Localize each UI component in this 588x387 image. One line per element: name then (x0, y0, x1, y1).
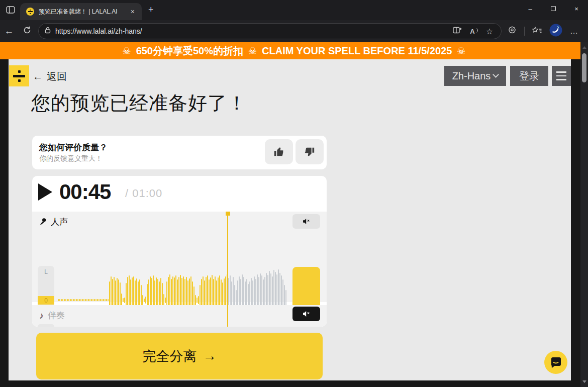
toolbar-divider (524, 27, 525, 36)
promo-text-cn: 650分钟享受50%的折扣 (136, 44, 243, 58)
current-time: 00:45 (59, 180, 111, 204)
mute-icon (303, 311, 310, 317)
thumbs-down-button[interactable] (296, 139, 324, 164)
thumbs-down-icon (304, 146, 315, 157)
play-button[interactable] (38, 183, 52, 201)
feedback-note: 你的反馈意义重大！ (39, 154, 103, 163)
scroll-down-arrow[interactable] (582, 380, 586, 383)
address-bar[interactable]: https://www.lalal.ai/zh-hans/ A ☆ (38, 23, 502, 39)
maximize-button[interactable] (542, 0, 565, 17)
settings-menu-icon[interactable]: … (570, 27, 578, 36)
scrollbar[interactable] (580, 42, 588, 387)
lalal-logo[interactable] (9, 65, 29, 86)
workspaces-icon[interactable] (6, 6, 15, 16)
thumbs-up-button[interactable] (265, 139, 293, 164)
scroll-up-arrow[interactable] (582, 46, 586, 49)
thumbs-up-icon (273, 146, 284, 157)
player-card: 00:45 / 01:00 人声 L 0 R 100 (32, 176, 327, 327)
promo-text-en: CLAIM YOUR SPELL BEFORE 11/5/2025 (262, 45, 452, 57)
promo-banner[interactable]: ☠ 650分钟享受50%的折扣 ☠ CLAIM YOUR SPELL BEFOR… (0, 42, 588, 59)
skull-icon: ☠ (123, 45, 131, 57)
playhead[interactable] (227, 212, 228, 327)
playhead-handle[interactable] (226, 212, 230, 216)
window-controls: – × (519, 0, 588, 17)
total-time: / 01:00 (125, 187, 162, 200)
minimize-button[interactable]: – (519, 0, 542, 17)
read-aloud-icon[interactable]: A (470, 28, 477, 35)
toolbar-right: … (508, 24, 578, 39)
cta-label: 完全分离 (143, 347, 197, 365)
back-nav-icon[interactable]: ← (0, 26, 18, 37)
browser-toolbar: ← https://www.lalal.ai/zh-hans/ A ☆ … (0, 20, 588, 42)
chat-widget-button[interactable] (544, 351, 567, 374)
refresh-icon[interactable] (18, 26, 36, 37)
collections-icon[interactable] (532, 27, 542, 36)
lalal-favicon (26, 8, 34, 16)
back-arrow-icon: ← (33, 71, 43, 82)
lock-icon[interactable] (45, 27, 51, 36)
browser-titlebar: 预览已准备就绪！ | LALAL.AI × + – × (0, 0, 588, 20)
extensions-icon[interactable] (508, 26, 517, 37)
bookmark-star-icon[interactable]: ☆ (486, 27, 493, 36)
skull-icon: ☠ (457, 45, 465, 57)
accompaniment-mute-button[interactable] (292, 307, 320, 321)
vocals-track: 人声 L 0 R 100 (32, 212, 327, 302)
balance-handle[interactable]: 0 (38, 296, 54, 305)
page-frame: ← 返回 Zh-Hans 登录 您的预览已经准备好了！ 您如何评价质量？ 你的反… (0, 59, 588, 387)
split-screen-icon[interactable] (453, 27, 462, 36)
balance-left-label: L (38, 268, 54, 275)
url-text[interactable]: https://www.lalal.ai/zh-hans/ (55, 27, 448, 35)
scrollbar-thumb[interactable] (582, 53, 586, 82)
microphone-icon (39, 218, 47, 226)
page-title: 您的预览已经准备好了！ (31, 90, 247, 116)
login-label: 登录 (519, 69, 539, 83)
tab-close-icon[interactable]: × (129, 8, 137, 16)
accompaniment-label: ♪ 伴奏 (39, 310, 65, 321)
new-tab-button[interactable]: + (148, 5, 154, 14)
chevron-down-icon (493, 71, 499, 78)
music-note-icon: ♪ (39, 311, 44, 320)
page-content: ← 返回 Zh-Hans 登录 您的预览已经准备好了！ 您如何评价质量？ 你的反… (9, 59, 571, 380)
close-button[interactable]: × (565, 0, 588, 17)
browser-tab[interactable]: 预览已准备就绪！ | LALAL.AI × (20, 3, 142, 20)
login-button[interactable]: 登录 (510, 66, 548, 86)
full-separation-button[interactable]: 完全分离 → (36, 333, 323, 379)
back-link[interactable]: ← 返回 (33, 70, 67, 83)
chat-bubble-icon (550, 356, 562, 368)
language-selector[interactable]: Zh-Hans (444, 66, 506, 86)
vocals-label: 人声 (39, 216, 68, 228)
language-label: Zh-Hans (452, 70, 491, 82)
mute-icon (303, 218, 310, 225)
skull-icon: ☠ (248, 45, 257, 57)
arrow-right-icon: → (203, 348, 217, 364)
accompaniment-balance-slider[interactable] (38, 324, 54, 327)
accompaniment-track: ♪ 伴奏 (32, 305, 327, 327)
feedback-question: 您如何评价质量？ (39, 142, 108, 153)
menu-button[interactable] (552, 66, 571, 86)
feedback-card: 您如何评价质量？ 你的反馈意义重大！ (32, 136, 327, 169)
vocals-mute-button[interactable] (292, 214, 320, 229)
profile-avatar[interactable] (549, 24, 562, 39)
tab-title: 预览已准备就绪！ | LALAL.AI (39, 8, 124, 16)
back-label: 返回 (47, 70, 67, 83)
